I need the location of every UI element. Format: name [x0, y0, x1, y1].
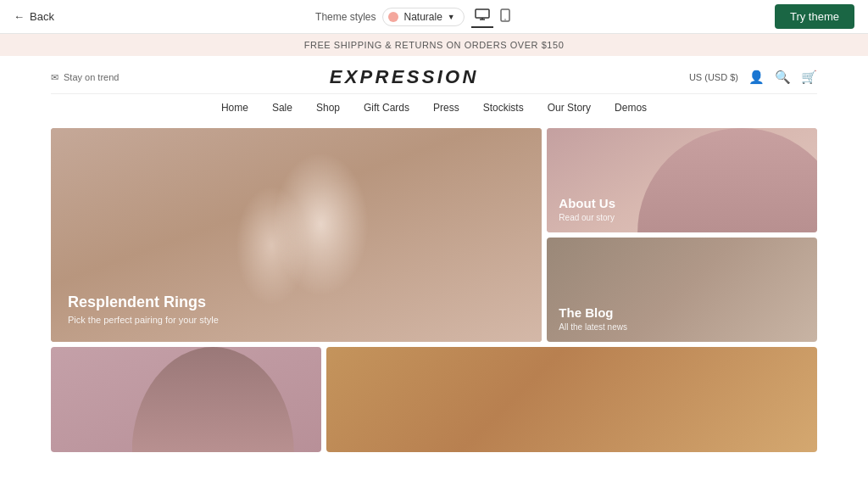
nav-item-sale[interactable]: Sale [272, 102, 292, 114]
bottom-left-background [51, 347, 321, 452]
search-icon[interactable]: 🔍 [775, 70, 791, 85]
site-nav: Home Sale Shop Gift Cards Press Stockist… [51, 93, 817, 121]
bottom-right-panel[interactable] [326, 347, 817, 452]
back-button[interactable]: ← Back [14, 10, 54, 23]
blog-subtitle: All the latest news [559, 322, 627, 332]
theme-dropdown[interactable]: Naturale ▼ [382, 8, 464, 26]
nav-item-press[interactable]: Press [433, 102, 459, 114]
mail-icon: ✉ [51, 72, 58, 83]
back-arrow-icon: ← [14, 10, 25, 23]
right-panels: About Us Read our story The Blog All the… [547, 128, 817, 342]
top-bar: ← Back Theme styles Naturale ▼ [0, 0, 868, 34]
about-subtitle: Read our story [559, 213, 615, 222]
newsletter-label: Stay on trend [64, 72, 119, 82]
about-us-panel[interactable]: About Us Read our story [547, 128, 817, 232]
main-content-grid: Resplendent Rings Pick the perfect pairi… [0, 121, 868, 342]
site-header: ✉ Stay on trend EXPRESSION US (USD $) 👤 … [0, 56, 868, 121]
nav-item-our-story[interactable]: Our Story [548, 102, 591, 114]
promo-bar: FREE SHIPPING & RETURNS ON ORDERS OVER $… [0, 34, 868, 56]
person-silhouette [628, 128, 817, 232]
nav-item-stockists[interactable]: Stockists [483, 102, 524, 114]
promo-text: FREE SHIPPING & RETURNS ON ORDERS OVER $… [304, 40, 565, 50]
blog-panel[interactable]: The Blog All the latest news [547, 238, 817, 342]
back-label: Back [30, 10, 54, 23]
hero-text: Resplendent Rings Pick the perfect pairi… [68, 294, 219, 325]
hero-title: Resplendent Rings [68, 294, 219, 311]
svg-rect-0 [476, 9, 489, 18]
device-icons-group [471, 5, 514, 28]
blog-text: The Blog All the latest news [559, 305, 627, 332]
header-right: US (USD $) 👤 🔍 🛒 [689, 70, 817, 85]
nav-item-shop[interactable]: Shop [316, 102, 340, 114]
about-text: About Us Read our story [559, 196, 615, 222]
about-title: About Us [559, 196, 615, 210]
tablet-device-button[interactable] [497, 5, 514, 28]
header-newsletter: ✉ Stay on trend [51, 72, 119, 83]
theme-styles-label: Theme styles [315, 11, 376, 23]
svg-point-4 [504, 19, 506, 20]
desktop-icon [475, 8, 490, 20]
hero-panel[interactable]: Resplendent Rings Pick the perfect pairi… [51, 128, 542, 342]
tablet-icon [500, 8, 510, 22]
site-logo[interactable]: EXPRESSION [330, 66, 479, 88]
theme-dropdown-value: Naturale [403, 11, 442, 23]
bottom-right-background [326, 347, 817, 452]
nav-item-gift-cards[interactable]: Gift Cards [364, 102, 409, 114]
nav-item-demos[interactable]: Demos [615, 102, 647, 114]
bottom-row [0, 342, 868, 452]
store-preview: FREE SHIPPING & RETURNS ON ORDERS OVER $… [0, 34, 868, 492]
cart-icon[interactable]: 🛒 [801, 70, 817, 85]
bottom-person-silhouette [132, 347, 294, 452]
blog-title: The Blog [559, 305, 627, 320]
currency-selector[interactable]: US (USD $) [689, 72, 738, 82]
bottom-left-panel[interactable] [51, 347, 321, 452]
nav-item-home[interactable]: Home [221, 102, 248, 114]
header-top: ✉ Stay on trend EXPRESSION US (USD $) 👤 … [51, 56, 817, 93]
chevron-down-icon: ▼ [448, 13, 455, 21]
account-icon[interactable]: 👤 [748, 70, 765, 85]
color-swatch [388, 12, 398, 22]
hero-subtitle: Pick the perfect pairing for your style [68, 315, 219, 325]
try-theme-button[interactable]: Try theme [775, 4, 854, 29]
theme-styles-group: Theme styles Naturale ▼ [315, 5, 514, 28]
desktop-device-button[interactable] [471, 5, 493, 28]
